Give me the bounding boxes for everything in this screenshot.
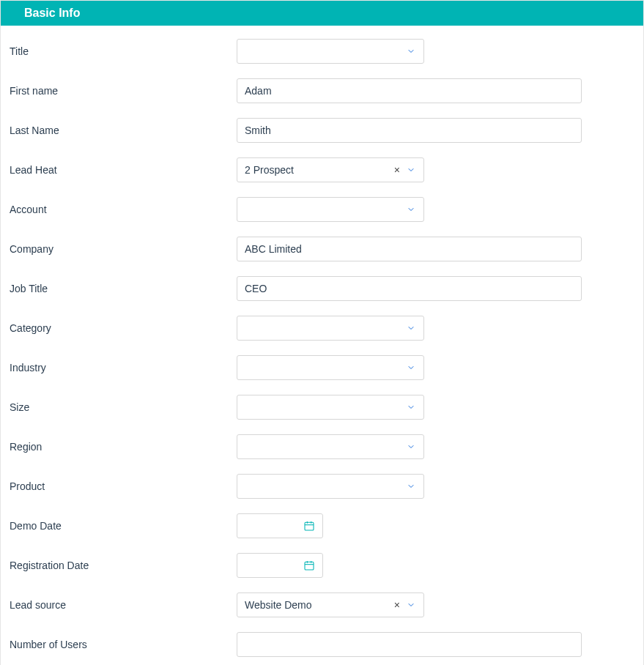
label-product: Product: [8, 480, 237, 492]
form-body: Title First name Last Name Lead He: [1, 26, 643, 665]
panel-header: Basic Info: [1, 1, 643, 26]
last-name-input[interactable]: [237, 118, 582, 143]
row-region: Region: [8, 434, 636, 459]
svg-rect-4: [305, 562, 314, 570]
row-account: Account: [8, 197, 636, 222]
row-lead-source: Lead source Website Demo ×: [8, 592, 636, 617]
account-select[interactable]: [237, 197, 424, 222]
product-select[interactable]: [237, 474, 424, 499]
chevron-down-icon: [404, 440, 418, 453]
calendar-icon: [303, 560, 315, 571]
calendar-icon: [303, 520, 315, 532]
close-icon[interactable]: ×: [390, 600, 404, 610]
lead-source-select[interactable]: Website Demo ×: [237, 592, 424, 617]
title-select[interactable]: [237, 39, 424, 64]
label-num-users: Number of Users: [8, 639, 237, 650]
chevron-down-icon: [404, 598, 418, 612]
row-size: Size: [8, 395, 636, 420]
lead-heat-value: 2 Prospect: [245, 164, 390, 176]
label-title: Title: [8, 45, 237, 57]
row-industry: Industry: [8, 355, 636, 380]
lead-heat-select[interactable]: 2 Prospect ×: [237, 157, 424, 182]
label-size: Size: [8, 401, 237, 413]
label-last-name: Last Name: [8, 125, 237, 136]
chevron-down-icon: [404, 322, 418, 335]
chevron-down-icon: [404, 45, 418, 58]
label-lead-source: Lead source: [8, 599, 237, 611]
row-lead-heat: Lead Heat 2 Prospect ×: [8, 157, 636, 182]
row-company: Company: [8, 237, 636, 261]
category-select[interactable]: [237, 316, 424, 341]
demo-date-input[interactable]: [237, 513, 323, 538]
chevron-down-icon: [404, 401, 418, 414]
label-category: Category: [8, 322, 237, 334]
svg-rect-0: [305, 522, 314, 530]
row-title: Title: [8, 39, 636, 64]
registration-date-input[interactable]: [237, 553, 323, 578]
first-name-input[interactable]: [237, 78, 582, 103]
chevron-down-icon: [404, 203, 418, 216]
label-industry: Industry: [8, 362, 237, 374]
row-last-name: Last Name: [8, 118, 636, 143]
lead-source-value: Website Demo: [245, 599, 390, 611]
row-num-users: Number of Users: [8, 632, 636, 657]
row-first-name: First name: [8, 78, 636, 103]
row-product: Product: [8, 474, 636, 499]
basic-info-panel: Basic Info Title First name Last Name: [0, 0, 644, 665]
label-demo-date: Demo Date: [8, 520, 237, 532]
region-select[interactable]: [237, 434, 424, 459]
row-reg-date: Registration Date: [8, 553, 636, 578]
row-job-title: Job Title: [8, 276, 636, 301]
label-lead-heat: Lead Heat: [8, 164, 237, 176]
label-reg-date: Registration Date: [8, 560, 237, 571]
row-demo-date: Demo Date: [8, 513, 636, 538]
chevron-down-icon: [404, 480, 418, 493]
chevron-down-icon: [404, 361, 418, 374]
label-account: Account: [8, 204, 237, 215]
number-of-users-input[interactable]: [237, 632, 582, 657]
label-company: Company: [8, 243, 237, 255]
close-icon[interactable]: ×: [390, 165, 404, 175]
company-input[interactable]: [237, 237, 582, 261]
size-select[interactable]: [237, 395, 424, 420]
label-job-title: Job Title: [8, 283, 237, 294]
label-region: Region: [8, 441, 237, 453]
row-category: Category: [8, 316, 636, 341]
label-first-name: First name: [8, 85, 237, 97]
industry-select[interactable]: [237, 355, 424, 380]
job-title-input[interactable]: [237, 276, 582, 301]
panel-title: Basic Info: [24, 7, 80, 19]
chevron-down-icon: [404, 163, 418, 177]
